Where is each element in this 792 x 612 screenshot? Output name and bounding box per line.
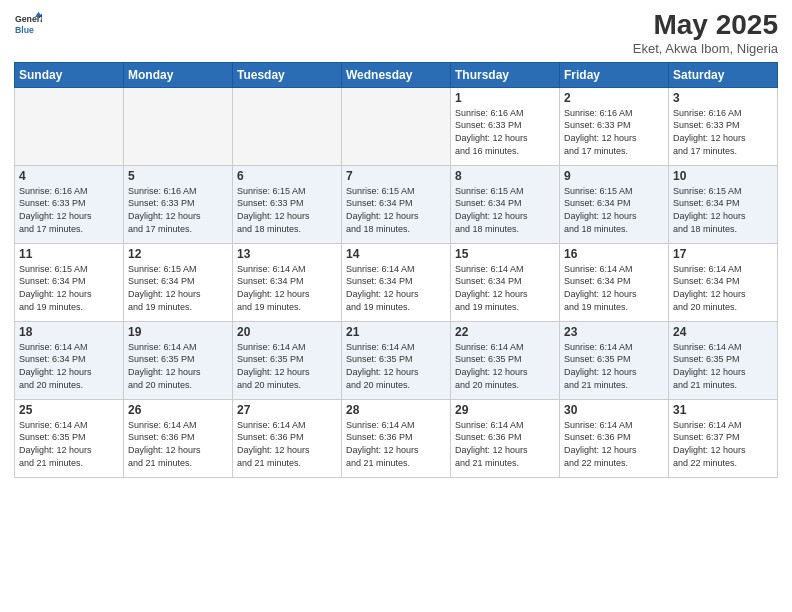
day-info: Sunrise: 6:14 AM Sunset: 6:34 PM Dayligh…	[19, 341, 119, 391]
day-number: 3	[673, 91, 773, 105]
header-monday: Monday	[124, 62, 233, 87]
calendar-cell	[233, 87, 342, 165]
day-number: 2	[564, 91, 664, 105]
day-info: Sunrise: 6:15 AM Sunset: 6:34 PM Dayligh…	[673, 185, 773, 235]
day-number: 6	[237, 169, 337, 183]
day-number: 12	[128, 247, 228, 261]
header-thursday: Thursday	[451, 62, 560, 87]
calendar-cell: 31Sunrise: 6:14 AM Sunset: 6:37 PM Dayli…	[669, 399, 778, 477]
calendar-cell: 21Sunrise: 6:14 AM Sunset: 6:35 PM Dayli…	[342, 321, 451, 399]
day-info: Sunrise: 6:14 AM Sunset: 6:34 PM Dayligh…	[237, 263, 337, 313]
header-tuesday: Tuesday	[233, 62, 342, 87]
day-number: 14	[346, 247, 446, 261]
calendar-cell: 6Sunrise: 6:15 AM Sunset: 6:33 PM Daylig…	[233, 165, 342, 243]
page-container: General Blue May 2025 Eket, Akwa Ibom, N…	[0, 0, 792, 612]
day-number: 4	[19, 169, 119, 183]
calendar-cell: 8Sunrise: 6:15 AM Sunset: 6:34 PM Daylig…	[451, 165, 560, 243]
day-info: Sunrise: 6:14 AM Sunset: 6:36 PM Dayligh…	[237, 419, 337, 469]
day-number: 27	[237, 403, 337, 417]
day-info: Sunrise: 6:14 AM Sunset: 6:36 PM Dayligh…	[564, 419, 664, 469]
day-info: Sunrise: 6:16 AM Sunset: 6:33 PM Dayligh…	[455, 107, 555, 157]
day-info: Sunrise: 6:14 AM Sunset: 6:36 PM Dayligh…	[128, 419, 228, 469]
header-wednesday: Wednesday	[342, 62, 451, 87]
calendar-cell: 2Sunrise: 6:16 AM Sunset: 6:33 PM Daylig…	[560, 87, 669, 165]
day-number: 13	[237, 247, 337, 261]
logo: General Blue	[14, 10, 42, 38]
day-info: Sunrise: 6:15 AM Sunset: 6:34 PM Dayligh…	[128, 263, 228, 313]
main-title: May 2025	[633, 10, 778, 41]
calendar-cell	[124, 87, 233, 165]
day-info: Sunrise: 6:15 AM Sunset: 6:34 PM Dayligh…	[19, 263, 119, 313]
calendar-cell: 15Sunrise: 6:14 AM Sunset: 6:34 PM Dayli…	[451, 243, 560, 321]
calendar-cell: 26Sunrise: 6:14 AM Sunset: 6:36 PM Dayli…	[124, 399, 233, 477]
calendar-cell: 13Sunrise: 6:14 AM Sunset: 6:34 PM Dayli…	[233, 243, 342, 321]
weekday-header-row: Sunday Monday Tuesday Wednesday Thursday…	[15, 62, 778, 87]
day-info: Sunrise: 6:16 AM Sunset: 6:33 PM Dayligh…	[673, 107, 773, 157]
calendar-cell	[15, 87, 124, 165]
day-number: 20	[237, 325, 337, 339]
day-info: Sunrise: 6:15 AM Sunset: 6:34 PM Dayligh…	[346, 185, 446, 235]
calendar-cell	[342, 87, 451, 165]
day-number: 11	[19, 247, 119, 261]
calendar-cell: 18Sunrise: 6:14 AM Sunset: 6:34 PM Dayli…	[15, 321, 124, 399]
day-number: 15	[455, 247, 555, 261]
calendar-cell: 3Sunrise: 6:16 AM Sunset: 6:33 PM Daylig…	[669, 87, 778, 165]
calendar-table: Sunday Monday Tuesday Wednesday Thursday…	[14, 62, 778, 478]
day-number: 16	[564, 247, 664, 261]
day-number: 31	[673, 403, 773, 417]
subtitle: Eket, Akwa Ibom, Nigeria	[633, 41, 778, 56]
day-number: 5	[128, 169, 228, 183]
day-info: Sunrise: 6:14 AM Sunset: 6:34 PM Dayligh…	[455, 263, 555, 313]
day-number: 17	[673, 247, 773, 261]
day-info: Sunrise: 6:14 AM Sunset: 6:35 PM Dayligh…	[19, 419, 119, 469]
day-info: Sunrise: 6:14 AM Sunset: 6:37 PM Dayligh…	[673, 419, 773, 469]
header: General Blue May 2025 Eket, Akwa Ibom, N…	[14, 10, 778, 56]
calendar-cell: 10Sunrise: 6:15 AM Sunset: 6:34 PM Dayli…	[669, 165, 778, 243]
day-info: Sunrise: 6:16 AM Sunset: 6:33 PM Dayligh…	[128, 185, 228, 235]
day-info: Sunrise: 6:14 AM Sunset: 6:35 PM Dayligh…	[346, 341, 446, 391]
day-info: Sunrise: 6:14 AM Sunset: 6:35 PM Dayligh…	[564, 341, 664, 391]
calendar-week-row: 11Sunrise: 6:15 AM Sunset: 6:34 PM Dayli…	[15, 243, 778, 321]
day-number: 23	[564, 325, 664, 339]
calendar-cell: 5Sunrise: 6:16 AM Sunset: 6:33 PM Daylig…	[124, 165, 233, 243]
day-info: Sunrise: 6:14 AM Sunset: 6:35 PM Dayligh…	[237, 341, 337, 391]
day-number: 1	[455, 91, 555, 105]
calendar-cell: 11Sunrise: 6:15 AM Sunset: 6:34 PM Dayli…	[15, 243, 124, 321]
day-number: 18	[19, 325, 119, 339]
day-number: 30	[564, 403, 664, 417]
day-info: Sunrise: 6:16 AM Sunset: 6:33 PM Dayligh…	[19, 185, 119, 235]
day-number: 7	[346, 169, 446, 183]
calendar-cell: 22Sunrise: 6:14 AM Sunset: 6:35 PM Dayli…	[451, 321, 560, 399]
day-number: 19	[128, 325, 228, 339]
calendar-cell: 16Sunrise: 6:14 AM Sunset: 6:34 PM Dayli…	[560, 243, 669, 321]
calendar-cell: 19Sunrise: 6:14 AM Sunset: 6:35 PM Dayli…	[124, 321, 233, 399]
calendar-week-row: 1Sunrise: 6:16 AM Sunset: 6:33 PM Daylig…	[15, 87, 778, 165]
day-number: 22	[455, 325, 555, 339]
day-number: 29	[455, 403, 555, 417]
header-sunday: Sunday	[15, 62, 124, 87]
calendar-cell: 24Sunrise: 6:14 AM Sunset: 6:35 PM Dayli…	[669, 321, 778, 399]
day-number: 24	[673, 325, 773, 339]
calendar-cell: 1Sunrise: 6:16 AM Sunset: 6:33 PM Daylig…	[451, 87, 560, 165]
day-number: 9	[564, 169, 664, 183]
calendar-cell: 28Sunrise: 6:14 AM Sunset: 6:36 PM Dayli…	[342, 399, 451, 477]
calendar-cell: 20Sunrise: 6:14 AM Sunset: 6:35 PM Dayli…	[233, 321, 342, 399]
day-info: Sunrise: 6:15 AM Sunset: 6:34 PM Dayligh…	[564, 185, 664, 235]
calendar-cell: 12Sunrise: 6:15 AM Sunset: 6:34 PM Dayli…	[124, 243, 233, 321]
calendar-cell: 30Sunrise: 6:14 AM Sunset: 6:36 PM Dayli…	[560, 399, 669, 477]
day-number: 8	[455, 169, 555, 183]
calendar-cell: 4Sunrise: 6:16 AM Sunset: 6:33 PM Daylig…	[15, 165, 124, 243]
day-info: Sunrise: 6:14 AM Sunset: 6:36 PM Dayligh…	[455, 419, 555, 469]
day-info: Sunrise: 6:15 AM Sunset: 6:33 PM Dayligh…	[237, 185, 337, 235]
day-info: Sunrise: 6:14 AM Sunset: 6:35 PM Dayligh…	[673, 341, 773, 391]
calendar-cell: 17Sunrise: 6:14 AM Sunset: 6:34 PM Dayli…	[669, 243, 778, 321]
calendar-cell: 14Sunrise: 6:14 AM Sunset: 6:34 PM Dayli…	[342, 243, 451, 321]
day-info: Sunrise: 6:14 AM Sunset: 6:34 PM Dayligh…	[673, 263, 773, 313]
day-info: Sunrise: 6:14 AM Sunset: 6:36 PM Dayligh…	[346, 419, 446, 469]
day-info: Sunrise: 6:14 AM Sunset: 6:34 PM Dayligh…	[564, 263, 664, 313]
calendar-week-row: 18Sunrise: 6:14 AM Sunset: 6:34 PM Dayli…	[15, 321, 778, 399]
calendar-cell: 9Sunrise: 6:15 AM Sunset: 6:34 PM Daylig…	[560, 165, 669, 243]
calendar-cell: 7Sunrise: 6:15 AM Sunset: 6:34 PM Daylig…	[342, 165, 451, 243]
title-section: May 2025 Eket, Akwa Ibom, Nigeria	[633, 10, 778, 56]
header-friday: Friday	[560, 62, 669, 87]
